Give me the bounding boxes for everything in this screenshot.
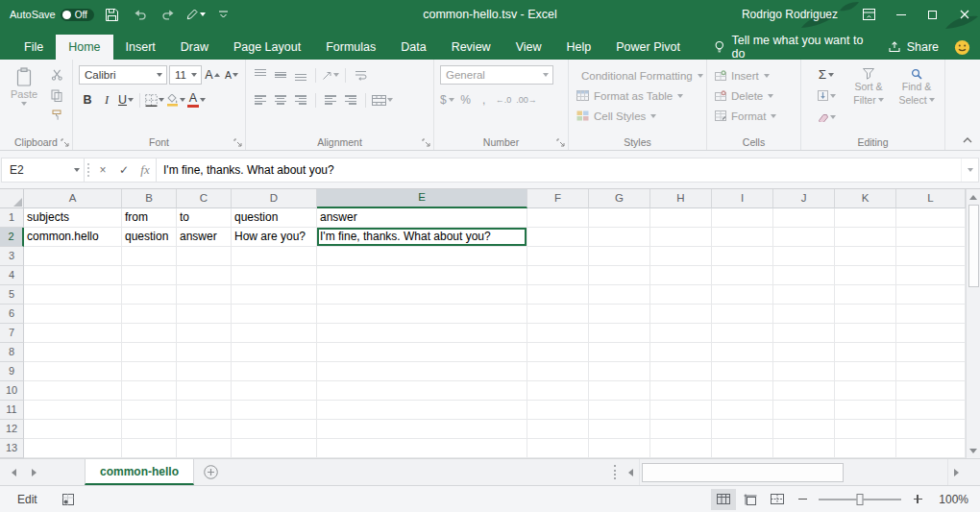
wrap-text-button[interactable] (352, 66, 369, 85)
cell-I4[interactable] (712, 266, 773, 285)
cell-C11[interactable] (177, 401, 232, 420)
cell-F3[interactable] (527, 247, 589, 266)
formula-bar-splitter[interactable] (87, 163, 89, 177)
cell-G6[interactable] (589, 305, 650, 324)
bold-button[interactable]: B (79, 91, 96, 110)
cell-F12[interactable] (527, 420, 589, 439)
cell-A11[interactable] (24, 401, 122, 420)
cell-A5[interactable] (24, 285, 122, 305)
row-header-6[interactable]: 6 (0, 305, 24, 324)
insert-function-button[interactable]: fx (135, 158, 156, 182)
sort-filter-button[interactable]: Sort & Filter (847, 65, 890, 126)
cell-B8[interactable] (122, 343, 177, 362)
cell-H2[interactable] (650, 228, 712, 247)
close-button[interactable] (948, 0, 980, 29)
row-header-3[interactable]: 3 (0, 247, 24, 266)
minimize-button[interactable] (885, 0, 917, 29)
cell-E10[interactable] (317, 381, 527, 401)
conditional-formatting-button[interactable]: Conditional Formatting (575, 67, 701, 84)
cell-D13[interactable] (232, 439, 317, 458)
cell-B10[interactable] (122, 381, 177, 401)
cell-I12[interactable] (712, 420, 773, 439)
next-sheet-button[interactable] (32, 469, 37, 476)
horizontal-scroll-track[interactable] (639, 459, 948, 485)
cell-J6[interactable] (773, 305, 835, 324)
cell-I6[interactable] (712, 305, 773, 324)
tab-power-pivot[interactable]: Power Pivot (603, 35, 693, 60)
decrease-indent-button[interactable] (322, 91, 339, 110)
macro-record-button[interactable] (62, 494, 74, 505)
tab-home[interactable]: Home (56, 35, 112, 60)
cancel-button[interactable]: × (92, 158, 113, 182)
cell-E6[interactable] (317, 305, 527, 324)
cell-C1[interactable]: to (177, 208, 232, 228)
zoom-in-button[interactable] (907, 489, 928, 510)
scroll-left-button[interactable] (623, 459, 639, 485)
cell-F11[interactable] (527, 401, 589, 420)
cell-G9[interactable] (589, 362, 650, 381)
cell-G3[interactable] (589, 247, 650, 266)
cell-G8[interactable] (589, 343, 650, 362)
format-cells-button[interactable]: Format (713, 108, 796, 124)
cell-D8[interactable] (232, 343, 317, 362)
delete-cells-button[interactable]: Delete (713, 87, 796, 104)
cell-E2[interactable]: I'm fine, thanks. What about you? (317, 228, 527, 247)
cell-K10[interactable] (835, 381, 896, 401)
cell-L8[interactable] (896, 343, 966, 362)
cell-E11[interactable] (317, 401, 527, 420)
user-name[interactable]: Rodrigo Rodriguez (742, 8, 838, 21)
cell-I1[interactable] (712, 208, 773, 228)
cell-F6[interactable] (527, 305, 589, 324)
alignment-dialog-launcher[interactable] (421, 137, 431, 148)
cell-G13[interactable] (589, 439, 650, 458)
cell-A4[interactable] (24, 266, 122, 285)
cell-G7[interactable] (589, 324, 650, 343)
cell-H3[interactable] (650, 247, 712, 266)
cell-D4[interactable] (232, 266, 317, 285)
italic-button[interactable]: I (98, 91, 115, 110)
tell-me-search[interactable]: Tell me what you want to do (714, 35, 874, 60)
cell-L3[interactable] (896, 247, 966, 266)
font-color-button[interactable]: A (187, 91, 206, 110)
cell-F7[interactable] (527, 324, 589, 343)
cell-H12[interactable] (650, 420, 712, 439)
column-header-l[interactable]: L (896, 189, 966, 208)
format-painter-button[interactable] (46, 107, 67, 124)
cell-E4[interactable] (317, 266, 527, 285)
cell-I2[interactable] (712, 228, 773, 247)
tab-view[interactable]: View (503, 35, 554, 60)
cell-F5[interactable] (527, 285, 589, 305)
cell-C10[interactable] (177, 381, 232, 401)
cell-J8[interactable] (773, 343, 835, 362)
cell-G11[interactable] (589, 401, 650, 420)
cell-B11[interactable] (122, 401, 177, 420)
column-header-a[interactable]: A (24, 189, 122, 208)
scroll-down-button[interactable] (967, 443, 980, 458)
tab-help[interactable]: Help (554, 35, 604, 60)
fill-color-button[interactable] (166, 91, 185, 110)
row-header-11[interactable]: 11 (0, 401, 24, 420)
horizontal-scroll-thumb[interactable] (642, 463, 844, 482)
cell-G5[interactable] (589, 285, 650, 305)
cell-E8[interactable] (317, 343, 527, 362)
cell-L4[interactable] (896, 266, 966, 285)
column-header-g[interactable]: G (589, 189, 650, 208)
cell-H13[interactable] (650, 439, 712, 458)
cell-J12[interactable] (773, 420, 835, 439)
tab-formulas[interactable]: Formulas (313, 35, 388, 60)
enter-button[interactable]: ✓ (113, 158, 135, 182)
column-header-e[interactable]: E (317, 189, 527, 208)
row-header-12[interactable]: 12 (0, 420, 24, 439)
cell-H7[interactable] (650, 324, 712, 343)
cell-L9[interactable] (896, 362, 966, 381)
expand-formula-bar-button[interactable] (961, 158, 978, 182)
cell-L11[interactable] (896, 401, 966, 420)
customize-quick-access-button[interactable] (214, 4, 233, 25)
column-header-c[interactable]: C (177, 189, 232, 208)
cell-L7[interactable] (896, 324, 966, 343)
cell-J11[interactable] (773, 401, 835, 420)
collapse-ribbon-button[interactable] (963, 133, 972, 146)
cell-H1[interactable] (650, 208, 712, 228)
save-button[interactable] (103, 4, 122, 25)
ribbon-display-options-button[interactable] (853, 0, 885, 29)
